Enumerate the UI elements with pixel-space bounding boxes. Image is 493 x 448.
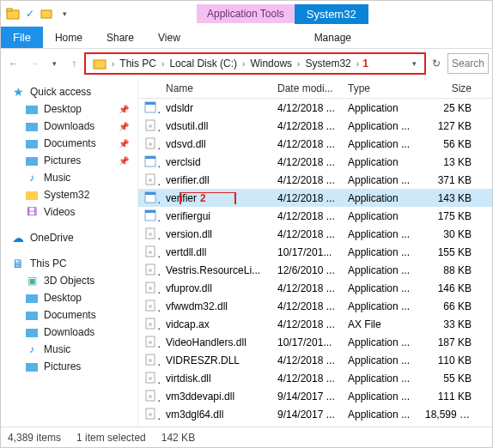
- tab-manage[interactable]: Manage: [302, 27, 363, 48]
- file-name: virtdisk.dll: [161, 372, 272, 384]
- file-date: 10/17/201...: [272, 336, 343, 348]
- breadcrumb-item[interactable]: This PC: [114, 58, 161, 70]
- sidebar-item-quick-access[interactable]: ★ Quick access: [1, 83, 137, 100]
- file-row[interactable]: vfwwdm32.dll4/12/2018 ...Application ...…: [138, 297, 492, 315]
- new-folder-icon[interactable]: [40, 7, 54, 21]
- svg-point-42: [149, 359, 152, 362]
- svg-rect-3: [94, 60, 106, 69]
- documents-icon: [25, 136, 39, 150]
- sidebar-label: This PC: [30, 257, 67, 269]
- file-row[interactable]: VIDRESZR.DLL4/12/2018 ...Application ...…: [138, 351, 492, 369]
- svg-point-30: [149, 251, 152, 254]
- history-dropdown[interactable]: ▾: [46, 54, 63, 73]
- file-size: 25 KB: [420, 102, 477, 114]
- sidebar-item-pictures[interactable]: Pictures📌: [1, 152, 137, 169]
- sidebar-item-onedrive[interactable]: ☁ OneDrive: [1, 229, 137, 246]
- desktop-icon: [25, 291, 39, 305]
- tab-view[interactable]: View: [146, 27, 192, 48]
- svg-point-36: [149, 305, 152, 308]
- file-size: 155 KB: [420, 246, 477, 258]
- file-row[interactable]: vidcap.ax4/12/2018 ...AX File33 KB: [138, 315, 492, 333]
- qat-dropdown-icon[interactable]: ▾: [58, 7, 71, 21]
- file-row[interactable]: verifier.dll4/12/2018 ...Application ...…: [138, 171, 492, 189]
- column-name[interactable]: Name: [161, 82, 272, 94]
- file-row[interactable]: vertdll.dll10/17/201...Application ...15…: [138, 243, 492, 261]
- file-size: 56 KB: [420, 138, 477, 150]
- desktop-icon: [25, 102, 39, 116]
- refresh-button[interactable]: ↻: [427, 58, 446, 70]
- sidebar-label: Downloads: [44, 120, 94, 132]
- dll-icon: [143, 371, 157, 384]
- forward-button[interactable]: →: [25, 54, 44, 73]
- file-type: Application ...: [343, 174, 420, 186]
- svg-point-16: [149, 124, 152, 128]
- dll-icon: [143, 389, 157, 403]
- file-row[interactable]: version.dll4/12/2018 ...Application ...3…: [138, 225, 492, 243]
- breadcrumb-item[interactable]: Windows: [245, 58, 297, 70]
- file-type: Application: [343, 210, 420, 222]
- file-date: 4/12/2018 ...: [272, 372, 343, 384]
- pin-icon: 📌: [119, 156, 129, 166]
- file-name: verifier.dll: [161, 174, 272, 186]
- ribbon-tabs: File Home Share View Manage: [1, 27, 492, 49]
- file-row[interactable]: verifiergui4/12/2018 ...Application175 K…: [138, 207, 492, 225]
- file-row[interactable]: vfuprov.dll4/12/2018 ...Application ...1…: [138, 279, 492, 297]
- up-button[interactable]: ↑: [64, 54, 83, 73]
- sidebar-item-desktop[interactable]: Desktop📌: [1, 100, 137, 118]
- sidebar-item-documents[interactable]: Documents📌: [1, 135, 137, 152]
- file-row[interactable]: vdsldr4/12/2018 ...Application25 KB: [138, 99, 492, 117]
- tab-share[interactable]: Share: [94, 27, 146, 48]
- sidebar-item-system32[interactable]: System32: [1, 186, 137, 203]
- breadcrumb-item[interactable]: System32: [300, 58, 356, 70]
- title-bar: ✓ ▾ Application Tools System32: [1, 1, 492, 27]
- file-row[interactable]: vm3dgl64.dll9/14/2017 ...Application ...…: [138, 405, 492, 423]
- file-size: 127 KB: [420, 120, 477, 132]
- pc-icon: 🖥: [11, 257, 25, 270]
- quick-access-toolbar: ✓ ▾: [1, 7, 76, 21]
- sidebar-item-downloads[interactable]: Downloads: [1, 324, 137, 341]
- file-size: 33 KB: [420, 318, 477, 330]
- file-size: 110 KB: [420, 354, 477, 366]
- sidebar-item-downloads[interactable]: Downloads📌: [1, 118, 137, 135]
- sidebar-item-desktop[interactable]: Desktop: [1, 289, 137, 306]
- downloads-icon: [25, 325, 39, 339]
- address-bar[interactable]: › This PC › Local Disk (C:) › Windows › …: [85, 53, 425, 74]
- sidebar-item-3d-objects[interactable]: ▣3D Objects: [1, 272, 137, 289]
- file-row[interactable]: vdsvd.dll4/12/2018 ...Application ...56 …: [138, 135, 492, 153]
- search-input[interactable]: Search: [447, 53, 489, 74]
- back-button[interactable]: ←: [4, 54, 23, 73]
- sidebar-item-this-pc[interactable]: 🖥 This PC: [1, 255, 137, 272]
- file-row[interactable]: virtdisk.dll4/12/2018 ...Application ...…: [138, 369, 492, 387]
- chevron-right-icon[interactable]: ›: [356, 59, 359, 69]
- column-type[interactable]: Type: [343, 82, 420, 94]
- column-size[interactable]: Size: [420, 82, 477, 94]
- sidebar-item-music[interactable]: ♪Music: [1, 169, 137, 186]
- file-row[interactable]: vm3ddevapi.dll9/14/2017 ...Application .…: [138, 387, 492, 405]
- app-icon: [143, 191, 157, 204]
- svg-rect-10: [26, 312, 38, 320]
- address-dropdown-icon[interactable]: ▾: [405, 59, 423, 68]
- pin-icon: 📌: [119, 105, 129, 114]
- tab-home[interactable]: Home: [43, 27, 94, 48]
- dll-icon: [143, 281, 157, 294]
- file-tab[interactable]: File: [1, 27, 43, 48]
- item-count: 4,389 items: [8, 432, 61, 444]
- svg-rect-9: [26, 294, 38, 303]
- sidebar-item-pictures[interactable]: Pictures: [1, 358, 137, 375]
- file-row[interactable]: vdsutil.dll4/12/2018 ...Application ...1…: [138, 117, 492, 135]
- file-row[interactable]: verifier24/12/2018 ...Application143 KB: [138, 189, 492, 207]
- svg-point-44: [149, 377, 152, 380]
- file-row[interactable]: verclsid4/12/2018 ...Application13 KB: [138, 153, 492, 171]
- window-title: System32: [295, 4, 368, 24]
- sidebar-item-music[interactable]: ♪Music: [1, 341, 137, 358]
- column-date[interactable]: Date modi...: [272, 82, 343, 94]
- file-row[interactable]: Vestris.ResourceLi...12/6/2010 ...Applic…: [138, 261, 492, 279]
- file-row[interactable]: VideoHandlers.dll10/17/201...Application…: [138, 333, 492, 351]
- sidebar-item-videos[interactable]: 🎞Videos: [1, 203, 137, 221]
- file-date: 9/14/2017 ...: [272, 409, 343, 421]
- file-type: Application ...: [343, 354, 420, 366]
- sidebar-item-documents[interactable]: Documents: [1, 306, 137, 324]
- breadcrumb-item[interactable]: Local Disk (C:): [164, 58, 242, 70]
- properties-icon[interactable]: ✓: [23, 7, 37, 21]
- file-type: Application ...: [343, 120, 420, 132]
